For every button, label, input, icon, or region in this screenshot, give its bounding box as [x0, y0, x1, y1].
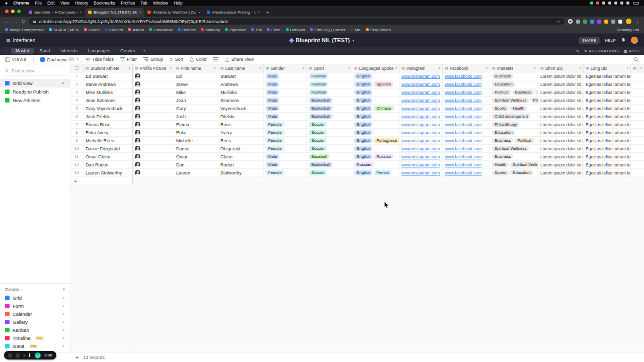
cell-short-bio[interactable]: Lorem ipsum dolor sit amet, consectetur — [538, 97, 584, 104]
cell-instagram[interactable]: www.instagram.com — [399, 129, 443, 136]
create-item-gantt[interactable]: GanttPro+ — [0, 342, 70, 350]
browser-tab[interactable]: Memberstack Pricing – Unlim× — [204, 8, 263, 17]
cell-short-bio[interactable]: Lorem ipsum dolor sit amet, consectetur — [538, 145, 584, 152]
add-record-button[interactable]: + — [75, 354, 78, 360]
reading-list-button[interactable]: Reading List — [617, 28, 639, 32]
chevron-down-icon[interactable]: ▾ — [438, 66, 440, 70]
cell-facebook[interactable]: www.facebook.com — [443, 97, 490, 104]
create-item-form[interactable]: Form+ — [0, 302, 70, 310]
chevron-down-icon[interactable]: ▾ — [170, 66, 172, 70]
cell-stat[interactable] — [631, 145, 644, 152]
extension-icon[interactable] — [618, 20, 622, 24]
cell-languages[interactable]: EnglishChinese — [352, 105, 399, 112]
facebook-link[interactable]: www.facebook.com — [445, 106, 481, 111]
bookmark-poly-haven[interactable]: Poly Haven — [366, 28, 391, 32]
cell-long-bio[interactable]: Egestas tellus rutrum tellus pellentesqu… — [584, 121, 631, 128]
cell-instagram[interactable]: www.instagram.com — [399, 145, 443, 152]
cell-last-name[interactable]: Simmons — [218, 97, 264, 104]
cell-short-bio[interactable]: Lorem ipsum dolor sit amet, consectetur — [538, 113, 584, 120]
cell-languages[interactable]: English — [352, 88, 399, 96]
cell-long-bio[interactable]: Egestas tellus rutrum tellus pellentesqu… — [584, 97, 631, 104]
sort-button[interactable]: ⇅ Sort — [170, 57, 183, 62]
cell-stat[interactable] — [631, 97, 644, 104]
cell-stat[interactable] — [631, 88, 644, 96]
menubar-item-edit[interactable]: Edit — [47, 1, 55, 6]
browser-profile-avatar[interactable] — [626, 19, 631, 24]
facebook-link[interactable]: www.facebook.com — [445, 130, 481, 135]
row-number[interactable]: 9 — [70, 137, 84, 144]
select-all-checkbox[interactable] — [70, 64, 84, 72]
cell-long-bio[interactable]: Egestas tellus rutrum tellus pellentesqu… — [584, 137, 631, 144]
chevron-down-icon[interactable]: ▾ — [640, 66, 642, 70]
cell-facebook[interactable]: www.facebook.com — [443, 161, 490, 168]
instagram-link[interactable]: www.instagram.com — [401, 74, 440, 79]
instagram-link[interactable]: www.instagram.com — [401, 106, 440, 111]
cell-facebook[interactable]: www.facebook.com — [443, 153, 490, 160]
bookmark-pm[interactable]: PM — [251, 28, 262, 32]
cell-instagram[interactable]: www.instagram.com — [399, 153, 443, 160]
cell-instagram[interactable]: www.instagram.com — [399, 169, 443, 176]
facebook-link[interactable]: www.facebook.com — [445, 114, 481, 119]
cell-instagram[interactable]: www.instagram.com — [399, 161, 443, 168]
share-button[interactable]: SHARE — [579, 37, 600, 44]
row-number[interactable]: 10 — [70, 145, 84, 152]
cell-first-name[interactable]: Michelle — [174, 137, 218, 144]
table-tab-gender[interactable]: Gender — [116, 48, 140, 54]
facebook-link[interactable]: www.facebook.com — [445, 98, 481, 103]
bookmark-slack-men[interactable]: SLACK | MEN — [49, 28, 79, 32]
chevron-down-icon[interactable]: ▾ — [534, 66, 536, 70]
chevron-down-icon[interactable]: ▾ — [128, 66, 130, 70]
cell-first-name[interactable]: Josh — [174, 113, 218, 120]
cell-short-bio[interactable]: Lorem ipsum dolor sit amet, consectetur — [538, 137, 584, 144]
filter-button[interactable]: Filter — [120, 57, 137, 62]
cell-long-bio[interactable]: Egestas tellus rutrum tellus pellentesqu… — [584, 169, 631, 176]
cell-instagram[interactable]: www.instagram.com — [399, 97, 443, 104]
cell-first-name[interactable]: Erika — [174, 129, 218, 136]
cell-stat[interactable] — [631, 72, 644, 80]
cell-first-name[interactable]: Emma — [174, 121, 218, 128]
color-button[interactable]: Color — [190, 57, 207, 62]
row-number[interactable]: 1 — [70, 72, 84, 80]
facebook-link[interactable]: www.facebook.com — [445, 90, 481, 95]
cell-facebook[interactable]: www.facebook.com — [443, 145, 490, 152]
cell-last-name[interactable]: Stolworthy — [218, 169, 264, 176]
cell-last-name[interactable]: Andrews — [218, 80, 264, 88]
bookmark-mk[interactable]: MK — [350, 28, 361, 32]
chevron-down-icon[interactable]: ▾ — [348, 66, 350, 70]
cell-last-name[interactable]: Avery — [218, 129, 264, 136]
sidebar-view-grid-view[interactable]: Grid view✓ — [0, 79, 70, 87]
menubar-item-help[interactable]: Help — [174, 1, 182, 6]
cell-short-bio[interactable]: Lorem ipsum dolor sit amet, consectetur — [538, 105, 584, 112]
facebook-link[interactable]: www.facebook.com — [445, 74, 481, 79]
cell-languages[interactable]: EnglishSpanish — [352, 80, 399, 88]
cell-gender[interactable]: Female — [264, 129, 307, 136]
cell-profile-picture[interactable] — [133, 105, 174, 112]
facebook-link[interactable]: www.facebook.com — [445, 162, 481, 167]
menubar-item-window[interactable]: Window — [153, 1, 168, 6]
row-number[interactable]: 3 — [70, 88, 84, 96]
tab-close-icon[interactable]: × — [198, 10, 201, 15]
column-header-name[interactable]: ▤Student Athlete▾ — [84, 64, 133, 72]
cell-short-bio[interactable]: Lorem ipsum dolor sit amet, consectetur — [538, 169, 584, 176]
cell-languages[interactable]: EnglishFrench — [352, 169, 399, 176]
automations-button[interactable]: ↯ AUTOMATIONS — [584, 49, 619, 53]
column-header-first[interactable]: ▤First name▾ — [174, 64, 218, 72]
instagram-link[interactable]: www.instagram.com — [401, 162, 440, 167]
cell-facebook[interactable]: www.facebook.com — [443, 137, 490, 144]
cell-gender[interactable]: Male — [264, 161, 307, 168]
help-button[interactable]: HELP — [605, 38, 616, 43]
reload-button[interactable]: ↻ — [21, 19, 25, 24]
cell-student-athlete[interactable]: Michelle Rees — [84, 137, 133, 144]
chevron-down-icon[interactable]: ▾ — [259, 66, 261, 70]
bookmark-land-book[interactable]: Land-book — [149, 28, 173, 32]
view-switcher[interactable]: Grid view ▾ — [40, 57, 78, 62]
chevron-down-icon[interactable]: ▾ — [626, 66, 628, 70]
cell-last-name[interactable]: Glenn — [218, 153, 264, 160]
minimize-window-button[interactable] — [11, 10, 15, 13]
user-avatar[interactable] — [631, 37, 638, 44]
instagram-link[interactable]: www.instagram.com — [401, 154, 440, 159]
cell-languages[interactable]: EnglishRussian — [352, 153, 399, 160]
hide-fields-button[interactable]: Hide fields — [85, 57, 114, 62]
finish-recording-button[interactable] — [35, 352, 41, 358]
cell-languages[interactable]: English — [352, 97, 399, 104]
